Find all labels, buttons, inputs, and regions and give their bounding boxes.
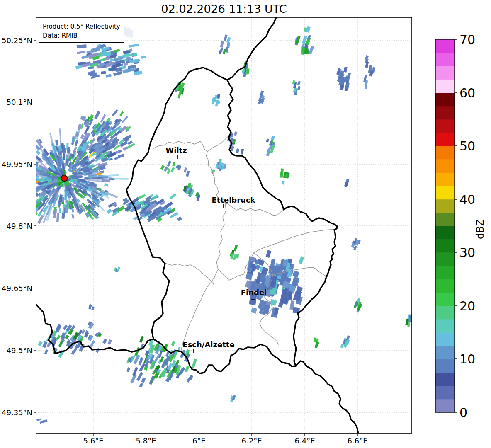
lat-tick-label: 49.95°N (2, 160, 32, 169)
map-canvas (0, 0, 491, 448)
lat-tick-label: 50.25°N (2, 36, 32, 45)
city-label: Ettelbruck (211, 196, 255, 204)
radar-echoes (5, 26, 413, 424)
colorbar-tick-label: 30 (459, 245, 475, 260)
lon-tick-label: 6.2°E (242, 436, 262, 445)
lon-tick-label: 6.6°E (348, 436, 368, 445)
colorbar-tick-label: 40 (459, 192, 475, 207)
lat-tick-label: 50.1°N (6, 98, 32, 107)
lat-tick-label: 49.5°N (6, 346, 32, 355)
lon-tick-label: 5.8°E (136, 436, 156, 445)
colorbar-tick-label: 10 (459, 352, 475, 366)
colorbar-tick-label: 70 (459, 32, 475, 47)
page-title: 02.02.2026 11:13 UTC (161, 2, 287, 15)
lat-tick-label: 49.35°N (2, 408, 32, 417)
lon-tick-label: 6°E (192, 436, 206, 445)
data-source-line: Data: RMIB (43, 31, 120, 41)
colorbar-tick-label: 60 (459, 86, 475, 100)
colorbar-tick-label: 0 (459, 405, 467, 420)
product-info-box: Product: 0.5° Reflectivity Data: RMIB (39, 21, 124, 43)
city-label: Wiltz (165, 146, 187, 155)
colorbar (435, 39, 457, 413)
city-label: Findel (241, 288, 267, 297)
colorbar-tick-label: 20 (459, 299, 475, 313)
lat-tick-label: 49.8°N (6, 222, 32, 230)
country-borders (36, 17, 358, 433)
product-line: Product: 0.5° Reflectivity (43, 22, 120, 31)
colorbar-axis-label: dBZ (474, 219, 486, 239)
lon-tick-label: 5.6°E (83, 436, 104, 445)
colorbar-tick-label: 50 (459, 139, 475, 153)
radar-map-page: 02.02.2026 11:13 UTC Product: 0.5° Refle… (0, 0, 491, 448)
lat-tick-label: 49.65°N (2, 284, 32, 293)
radar-site-dot (61, 175, 68, 182)
lon-tick-label: 6.4°E (295, 436, 315, 445)
city-label: Esch/Alzette (182, 340, 234, 349)
